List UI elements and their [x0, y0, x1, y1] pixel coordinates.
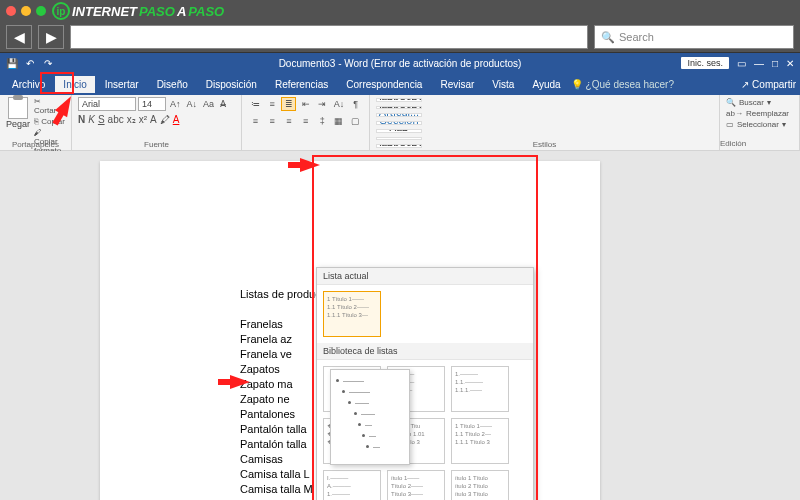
word-application: 💾 ↶ ↷ Documento3 - Word (Error de activa… [0, 53, 800, 500]
style-preview[interactable]: AaBbCcDcDespac... [376, 98, 422, 102]
bold-button[interactable]: N [78, 114, 85, 125]
font-group: Arial 14 A↑ A↓ Aa A̶ N K S abc x₂ x² A 🖍… [72, 95, 242, 150]
annotation-arrow-multilevel [300, 158, 320, 172]
ribbon-options-icon[interactable]: ▭ [737, 58, 746, 69]
subscript-button[interactable]: x₂ [127, 114, 136, 125]
shading-button[interactable]: ▦ [332, 114, 347, 128]
annotation-arrow-document [230, 375, 250, 389]
back-button[interactable]: ◀ [6, 25, 32, 49]
signin-button[interactable]: Inic. ses. [681, 57, 729, 69]
text-effects-icon[interactable]: A [150, 114, 157, 125]
window-controls [6, 6, 46, 16]
group-label: Estilos [370, 140, 719, 149]
minimize-icon[interactable] [21, 6, 31, 16]
dropdown-section-header: Biblioteca de listas [317, 343, 533, 360]
logo-text: PASO [188, 4, 224, 19]
strike-button[interactable]: abc [108, 114, 124, 125]
highlight-icon[interactable]: 🖍 [160, 114, 170, 125]
document-title: Documento3 - Word (Error de activación d… [279, 58, 522, 69]
decrease-indent-button[interactable]: ⇤ [298, 97, 313, 111]
font-name-select[interactable]: Arial [78, 97, 136, 111]
italic-button[interactable]: K [88, 114, 95, 125]
clear-format-icon[interactable]: A̶ [218, 98, 228, 110]
save-icon[interactable]: 💾 [6, 57, 18, 69]
document-area[interactable]: Listas de productos FranelasFranela azFr… [0, 151, 800, 500]
grow-font-icon[interactable]: A↑ [168, 98, 183, 110]
paragraph-group: ≔ ≡ ≣ ⇤ ⇥ A↓ ¶ ≡ ≡ ≡ ≡ ‡ ▦ ▢ [242, 95, 370, 150]
align-left-button[interactable]: ≡ [248, 114, 263, 128]
borders-button[interactable]: ▢ [348, 114, 363, 128]
list-preview-item[interactable]: ítulo 1 Títuloítulo 2 Títuloítulo 3 Títu… [451, 470, 509, 500]
superscript-button[interactable]: x² [139, 114, 147, 125]
bullet-style-flyout[interactable]: ——— ——— —— —— — — — [330, 369, 410, 465]
site-logo: ip INTERNETPASOAPASO [52, 2, 224, 20]
tell-me-search[interactable]: 💡 ¿Qué desea hacer? [571, 79, 674, 90]
multilevel-list-button[interactable]: ≣ [281, 97, 296, 111]
editing-group: 🔍 Buscar ▾ ab→ Reemplazar ▭ Seleccionar … [720, 95, 800, 150]
show-marks-button[interactable]: ¶ [348, 97, 363, 111]
tab-vista[interactable]: Vista [484, 76, 522, 93]
style-preview[interactable]: SecciónTítulo 2 [376, 121, 422, 125]
logo-text: A [177, 4, 186, 19]
tab-diseno[interactable]: Diseño [149, 76, 196, 93]
shrink-font-icon[interactable]: A↓ [185, 98, 200, 110]
change-case-icon[interactable]: Aa [201, 98, 216, 110]
justify-button[interactable]: ≡ [298, 114, 313, 128]
close-window-icon[interactable]: ✕ [786, 58, 794, 69]
tab-insertar[interactable]: Insertar [97, 76, 147, 93]
forward-button[interactable]: ▶ [38, 25, 64, 49]
style-preview[interactable]: AaBTítulo [376, 129, 422, 133]
logo-text: PASO [139, 4, 175, 19]
list-preview-item[interactable]: 1.———1.1.———1.1.1.—— [451, 366, 509, 412]
restore-window-icon[interactable]: □ [772, 58, 778, 69]
style-preview[interactable]: AaBbCcDcTítulo 1 [376, 106, 422, 110]
word-titlebar: 💾 ↶ ↷ Documento3 - Word (Error de activa… [0, 53, 800, 73]
list-preview-item[interactable]: ítulo 1——Título 2——Título 3—— [387, 470, 445, 500]
group-label: Fuente [72, 140, 241, 149]
search-placeholder: Search [619, 31, 654, 43]
ribbon: Pegar ✂ Cortar ⎘ Copiar 🖌 Copiar formato… [0, 95, 800, 151]
tab-revisar[interactable]: Revisar [432, 76, 482, 93]
font-color-icon[interactable]: A [173, 114, 180, 125]
sort-button[interactable]: A↓ [332, 97, 347, 111]
tab-disposicion[interactable]: Disposición [198, 76, 265, 93]
ribbon-tabs: Archivo Inicio Insertar Diseño Disposici… [0, 73, 800, 95]
tab-correspondencia[interactable]: Correspondencia [338, 76, 430, 93]
find-button[interactable]: 🔍 Buscar ▾ [726, 97, 793, 108]
replace-button[interactable]: ab→ Reemplazar [726, 108, 793, 119]
align-center-button[interactable]: ≡ [265, 114, 280, 128]
logo-text: INTERNET [72, 4, 137, 19]
share-button[interactable]: ↗ Compartir [741, 79, 796, 90]
numbering-button[interactable]: ≡ [265, 97, 280, 111]
tab-inicio[interactable]: Inicio [55, 76, 94, 93]
redo-icon[interactable]: ↷ [42, 57, 54, 69]
search-input[interactable]: 🔍 Search [594, 25, 794, 49]
styles-group: AaBbCcDcDespac...AaBbCcDcTítulo 1Artícul… [370, 95, 720, 150]
dropdown-section-header: Lista actual [317, 268, 533, 285]
list-preview-current[interactable]: 1 Título 1——1.1 Título 2——1.1.1 Título 3… [323, 291, 381, 337]
maximize-icon[interactable] [36, 6, 46, 16]
tab-archivo[interactable]: Archivo [4, 76, 53, 93]
tab-ayuda[interactable]: Ayuda [524, 76, 568, 93]
close-icon[interactable] [6, 6, 16, 16]
increase-indent-button[interactable]: ⇥ [315, 97, 330, 111]
select-button[interactable]: ▭ Seleccionar ▾ [726, 119, 793, 130]
line-spacing-button[interactable]: ‡ [315, 114, 330, 128]
logo-badge-icon: ip [52, 2, 70, 20]
style-preview[interactable]: Artícul...Título 1 [376, 113, 422, 117]
bullets-button[interactable]: ≔ [248, 97, 263, 111]
minimize-window-icon[interactable]: — [754, 58, 764, 69]
font-size-select[interactable]: 14 [138, 97, 166, 111]
list-preview-item[interactable]: I.———A.———1.——— [323, 470, 381, 500]
browser-chrome: ip INTERNETPASOAPASO ◀ ▶ 🔍 Search [0, 0, 800, 53]
undo-icon[interactable]: ↶ [24, 57, 36, 69]
underline-button[interactable]: S [98, 114, 105, 125]
list-preview-item[interactable]: 1 Título 1——1.1 Título 2—1.1.1 Título 3 [451, 418, 509, 464]
url-input[interactable] [70, 25, 588, 49]
search-icon: 🔍 [601, 31, 615, 44]
paste-icon [8, 97, 28, 119]
align-right-button[interactable]: ≡ [281, 114, 296, 128]
tab-referencias[interactable]: Referencias [267, 76, 336, 93]
group-label: Edición [720, 138, 799, 149]
group-label: Portapapeles [0, 140, 71, 149]
